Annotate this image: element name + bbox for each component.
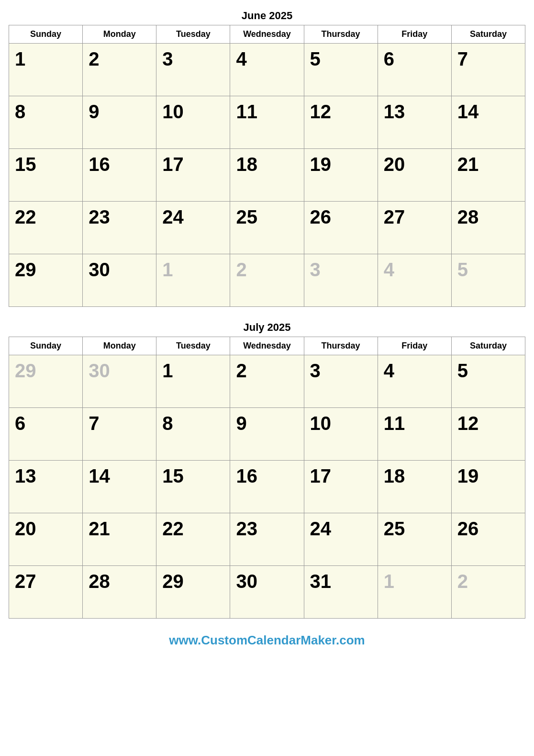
footer-link[interactable]: www.CustomCalendarMaker.com [9,633,525,648]
july-body: 2930123456789101112131415161718192021222… [9,355,525,619]
day-cell: 1 [156,254,230,307]
day-cell: 9 [83,96,156,149]
table-row: 1234567 [9,44,525,96]
day-cell: 30 [83,355,156,408]
day-cell: 13 [9,461,83,513]
day-cell: 4 [378,254,451,307]
day-cell: 22 [9,202,83,254]
july-header-saturday: Saturday [451,337,525,355]
day-cell: 11 [378,408,451,461]
day-cell: 25 [230,202,304,254]
june-header-wednesday: Wednesday [230,25,304,44]
table-row: 293012345 [9,355,525,408]
day-cell: 5 [451,254,525,307]
day-cell: 14 [83,461,156,513]
day-cell: 20 [378,149,451,202]
day-cell: 25 [378,513,451,566]
day-cell: 10 [156,96,230,149]
table-row: 6789101112 [9,408,525,461]
table-row: 20212223242526 [9,513,525,566]
june-header-saturday: Saturday [451,25,525,44]
july-header-monday: Monday [83,337,156,355]
day-cell: 23 [83,202,156,254]
table-row: 891011121314 [9,96,525,149]
table-row: 272829303112 [9,566,525,619]
day-cell: 13 [378,96,451,149]
day-cell: 15 [156,461,230,513]
june-header-thursday: Thursday [304,25,378,44]
day-cell: 28 [451,202,525,254]
june-title: June 2025 [9,10,525,22]
day-cell: 7 [451,44,525,96]
day-cell: 29 [156,566,230,619]
june-header-friday: Friday [378,25,451,44]
day-cell: 3 [304,355,378,408]
day-cell: 5 [304,44,378,96]
day-cell: 14 [451,96,525,149]
day-cell: 10 [304,408,378,461]
day-cell: 24 [156,202,230,254]
day-cell: 21 [451,149,525,202]
july-header-friday: Friday [378,337,451,355]
july-title: July 2025 [9,321,525,334]
july-header-thursday: Thursday [304,337,378,355]
day-cell: 6 [9,408,83,461]
day-cell: 27 [9,566,83,619]
day-cell: 26 [304,202,378,254]
june-header-row: Sunday Monday Tuesday Wednesday Thursday… [9,25,525,44]
day-cell: 3 [304,254,378,307]
day-cell: 12 [451,408,525,461]
day-cell: 28 [83,566,156,619]
june-body: 1234567891011121314151617181920212223242… [9,44,525,307]
day-cell: 26 [451,513,525,566]
day-cell: 2 [83,44,156,96]
day-cell: 19 [304,149,378,202]
june-header-monday: Monday [83,25,156,44]
day-cell: 29 [9,254,83,307]
day-cell: 19 [451,461,525,513]
day-cell: 6 [378,44,451,96]
july-header-row: Sunday Monday Tuesday Wednesday Thursday… [9,337,525,355]
table-row: 15161718192021 [9,149,525,202]
day-cell: 18 [378,461,451,513]
day-cell: 11 [230,96,304,149]
table-row: 22232425262728 [9,202,525,254]
day-cell: 16 [230,461,304,513]
day-cell: 29 [9,355,83,408]
july-header-tuesday: Tuesday [156,337,230,355]
day-cell: 17 [304,461,378,513]
day-cell: 12 [304,96,378,149]
day-cell: 2 [451,566,525,619]
day-cell: 20 [9,513,83,566]
calendar-wrapper: June 2025 Sunday Monday Tuesday Wednesda… [9,10,525,648]
day-cell: 8 [156,408,230,461]
day-cell: 30 [83,254,156,307]
day-cell: 4 [230,44,304,96]
day-cell: 7 [83,408,156,461]
day-cell: 8 [9,96,83,149]
day-cell: 16 [83,149,156,202]
june-header-sunday: Sunday [9,25,83,44]
day-cell: 1 [378,566,451,619]
day-cell: 3 [156,44,230,96]
day-cell: 9 [230,408,304,461]
day-cell: 2 [230,254,304,307]
day-cell: 30 [230,566,304,619]
day-cell: 5 [451,355,525,408]
day-cell: 21 [83,513,156,566]
table-row: 293012345 [9,254,525,307]
july-calendar: Sunday Monday Tuesday Wednesday Thursday… [9,337,525,619]
day-cell: 18 [230,149,304,202]
day-cell: 31 [304,566,378,619]
june-header-tuesday: Tuesday [156,25,230,44]
day-cell: 27 [378,202,451,254]
day-cell: 22 [156,513,230,566]
day-cell: 1 [156,355,230,408]
day-cell: 4 [378,355,451,408]
day-cell: 23 [230,513,304,566]
june-calendar: Sunday Monday Tuesday Wednesday Thursday… [9,25,525,307]
july-header-wednesday: Wednesday [230,337,304,355]
day-cell: 15 [9,149,83,202]
table-row: 13141516171819 [9,461,525,513]
day-cell: 1 [9,44,83,96]
